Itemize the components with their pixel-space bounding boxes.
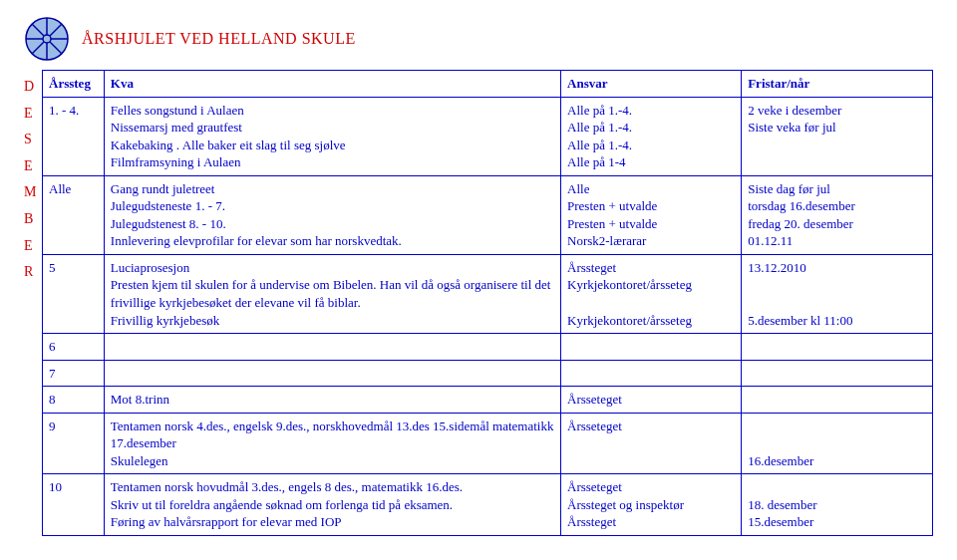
cell-c3	[561, 334, 742, 361]
cell-c4: 13.12.2010 5.desember kl 11:00	[742, 254, 933, 333]
svg-point-5	[43, 35, 51, 43]
cell-c2	[104, 334, 560, 361]
rail-letter: D	[24, 74, 42, 101]
cell-c4: 18. desember 15.desember	[742, 474, 933, 536]
cell-c1: 6	[43, 334, 105, 361]
rail-letter: S	[24, 127, 42, 153]
table-row: 1. - 4.Felles songstund i Aulaen Nissema…	[43, 97, 933, 175]
cell-c1: 7	[43, 360, 105, 387]
table-row: AlleGang rundt juletreet Julegudsteneste…	[43, 175, 933, 254]
table-row: 8Mot 8.trinnÅrsseteget	[43, 387, 933, 414]
cell-c3: Alle på 1.-4. Alle på 1.-4. Alle på 1.-4…	[561, 97, 742, 175]
cell-c2: Luciaprosesjon Presten kjem til skulen f…	[104, 254, 560, 333]
rail-letter: E	[24, 101, 42, 128]
col-aarssteg: Årssteg	[43, 71, 105, 98]
cell-c1: 10	[43, 474, 105, 536]
rail-letter: R	[24, 259, 42, 286]
table-row: 10Tentamen norsk hovudmål 3.des., engels…	[43, 474, 933, 536]
cell-c1: 5	[43, 254, 105, 333]
cell-c3: Årsseteget	[561, 413, 742, 474]
cell-c3: Årsseteget	[561, 387, 742, 414]
cell-c1: 9	[43, 413, 105, 474]
cell-c4: Siste dag før jul torsdag 16.desember fr…	[742, 175, 933, 254]
cell-c4: 2 veke i desember Siste veka før jul	[742, 97, 933, 175]
cell-c4: 16.desember	[742, 413, 933, 474]
month-rail: D E S E M B E R	[24, 70, 42, 286]
table-header-row: Årssteg Kva Ansvar Fristar/når	[43, 71, 933, 98]
header: ÅRSHJULET VED HELLAND SKULE	[24, 16, 933, 62]
table-row: 9Tentamen norsk 4.des., engelsk 9.des., …	[43, 413, 933, 474]
rail-letter: M	[24, 179, 42, 206]
table-row: 5Luciaprosesjon Presten kjem til skulen …	[43, 254, 933, 333]
rail-letter: B	[24, 206, 42, 233]
col-fristar: Fristar/når	[742, 71, 933, 98]
cell-c3: Årsseteget Årssteget og inspektør Årsste…	[561, 474, 742, 536]
cell-c4	[742, 387, 933, 414]
cell-c2: Mot 8.trinn	[104, 387, 560, 414]
cell-c3: Årssteget Kyrkjekontoret/årsseteg Kyrkje…	[561, 254, 742, 333]
table-row: 6	[43, 334, 933, 361]
col-ansvar: Ansvar	[561, 71, 742, 98]
page-title: ÅRSHJULET VED HELLAND SKULE	[82, 30, 356, 48]
schedule-table: Årssteg Kva Ansvar Fristar/når 1. - 4.Fe…	[42, 70, 933, 536]
wheel-icon	[24, 16, 70, 62]
cell-c1: 8	[43, 387, 105, 414]
cell-c1: Alle	[43, 175, 105, 254]
cell-c3	[561, 360, 742, 387]
cell-c2	[104, 360, 560, 387]
cell-c2: Gang rundt juletreet Julegudsteneste 1. …	[104, 175, 560, 254]
cell-c3: Alle Presten + utvalde Presten + utvalde…	[561, 175, 742, 254]
cell-c1: 1. - 4.	[43, 97, 105, 175]
table-row: 7	[43, 360, 933, 387]
rail-letter: E	[24, 153, 42, 180]
rail-letter: E	[24, 233, 42, 260]
cell-c4	[742, 334, 933, 361]
cell-c2: Tentamen norsk 4.des., engelsk 9.des., n…	[104, 413, 560, 474]
cell-c2: Felles songstund i Aulaen Nissemarsj med…	[104, 97, 560, 175]
col-kva: Kva	[104, 71, 560, 98]
cell-c4	[742, 360, 933, 387]
cell-c2: Tentamen norsk hovudmål 3.des., engels 8…	[104, 474, 560, 536]
